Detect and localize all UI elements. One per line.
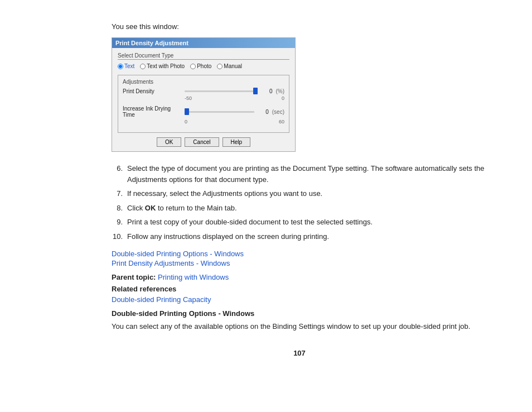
print-density-dialog: Print Density Adjustment Select Document…: [112, 37, 296, 152]
radio-text-with-photo[interactable]: Text with Photo: [140, 63, 185, 69]
drying-time-scale-right: 60: [279, 119, 284, 124]
drying-time-unit: (sec): [272, 109, 284, 115]
adjustments-section: Adjustments Print Density 0 (%) -50 0: [118, 75, 289, 133]
dialog-wrapper: Print Density Adjustment Select Document…: [112, 37, 487, 152]
radio-manual-label: Manual: [224, 63, 242, 69]
radio-text-label: Text: [124, 63, 134, 69]
ok-button[interactable]: OK: [157, 137, 181, 147]
radio-text[interactable]: Text: [118, 63, 134, 69]
drying-time-label: Increase Ink Drying Time: [123, 106, 181, 118]
step-7-num: 7.: [112, 188, 123, 199]
double-sided-printing-capacity-link[interactable]: Double-sided Printing Capacity: [112, 295, 487, 304]
step-10-text: Follow any instructions displayed on the…: [127, 231, 487, 242]
step-8-text: Click OK to return to the Main tab.: [127, 203, 487, 214]
step-6-text: Select the type of document you are prin…: [127, 163, 487, 185]
radio-manual[interactable]: Manual: [217, 63, 242, 69]
radio-group-document-type: Text Text with Photo Photo Manual: [118, 63, 289, 69]
help-button[interactable]: Help: [223, 137, 251, 147]
print-density-track[interactable]: [185, 90, 258, 92]
section-heading: Double-sided Printing Options - Windows: [112, 309, 487, 318]
related-refs-heading: Related references: [112, 285, 487, 293]
select-document-type-label: Select Document Type: [118, 52, 289, 60]
drying-time-track[interactable]: [185, 111, 254, 113]
radio-photo[interactable]: Photo: [190, 63, 211, 69]
print-density-scale-left: -50: [185, 95, 192, 101]
drying-time-thumb[interactable]: [185, 108, 189, 115]
double-sided-printing-options-link[interactable]: Double-sided Printing Options - Windows: [112, 250, 487, 258]
page-number: 107: [112, 349, 487, 357]
parent-topic-line: Parent topic: Printing with Windows: [112, 273, 487, 281]
dialog-buttons: OK Cancel Help: [118, 137, 289, 147]
page-content: You see this window: Print Density Adjus…: [0, 0, 532, 380]
print-density-scale: -50 0: [123, 95, 284, 101]
step-7-text: If necessary, select the Adjustments opt…: [127, 188, 487, 199]
related-refs-links: Double-sided Printing Capacity: [112, 295, 487, 304]
step-7: 7. If necessary, select the Adjustments …: [112, 188, 487, 199]
dialog-titlebar: Print Density Adjustment: [112, 38, 295, 48]
step-9: 9. Print a test copy of your double-side…: [112, 217, 487, 228]
step-6: 6. Select the type of document you are p…: [112, 163, 487, 185]
step-10-num: 10.: [112, 231, 123, 242]
print-density-unit: (%): [275, 88, 284, 94]
radio-text-with-photo-label: Text with Photo: [147, 63, 185, 69]
print-density-scale-right: 0: [282, 95, 284, 101]
step-8: 8. Click OK to return to the Main tab.: [112, 203, 487, 214]
adjustments-label: Adjustments: [123, 79, 284, 85]
cancel-button[interactable]: Cancel: [185, 137, 219, 147]
print-density-row: Print Density 0 (%): [123, 88, 284, 94]
step-9-text: Print a test copy of your double-sided d…: [127, 217, 487, 228]
related-links-block: Double-sided Printing Options - Windows …: [112, 250, 487, 267]
print-density-value: 0: [261, 88, 272, 94]
section-desc: You can select any of the available opti…: [112, 321, 487, 332]
drying-time-scale: 0 60: [123, 119, 284, 124]
parent-topic-label: Parent topic:: [112, 273, 156, 281]
drying-time-row: Increase Ink Drying Time 0 (sec): [123, 106, 284, 118]
steps-list: 6. Select the type of document you are p…: [112, 163, 487, 242]
step-6-num: 6.: [112, 163, 123, 185]
drying-time-value: 0: [258, 109, 269, 115]
intro-text: You see this window:: [112, 22, 487, 31]
print-density-adjustments-link[interactable]: Print Density Adjustments - Windows: [112, 259, 487, 267]
step-8-num: 8.: [112, 203, 123, 214]
parent-topic-link[interactable]: Printing with Windows: [158, 273, 229, 281]
step-9-num: 9.: [112, 217, 123, 228]
drying-time-scale-left: 0: [185, 119, 187, 124]
print-density-label: Print Density: [123, 88, 181, 94]
radio-photo-label: Photo: [197, 63, 211, 69]
dialog-body: Select Document Type Text Text with Phot…: [112, 48, 295, 151]
step-10: 10. Follow any instructions displayed on…: [112, 231, 487, 242]
print-density-thumb[interactable]: [253, 88, 258, 94]
